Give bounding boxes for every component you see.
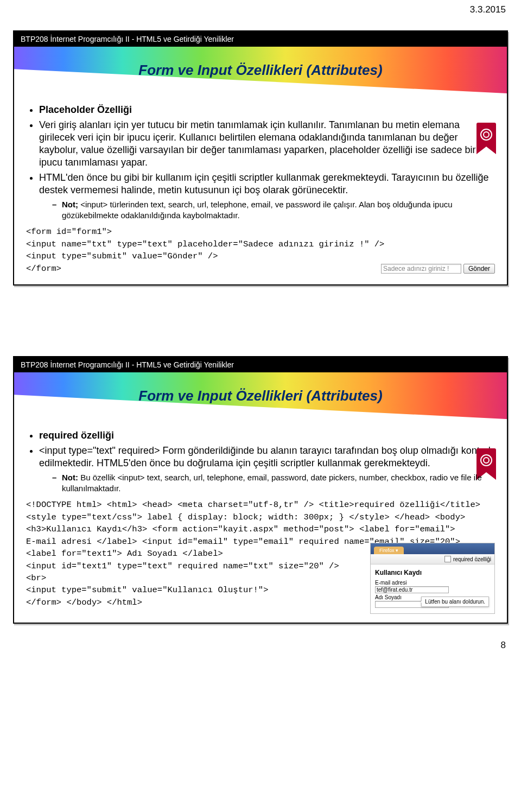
slide1-title: Form ve Input Özellikleri (Attributes): [14, 47, 507, 93]
shot-label-email: E-mail adresi: [375, 580, 490, 586]
shot-checkbox-icon: [444, 556, 451, 562]
shot-bar-title: required özelliği: [453, 556, 491, 562]
shot-tab: Firefox ▾: [374, 547, 404, 554]
shot-email-input[interactable]: [375, 586, 449, 593]
demo-submit-button[interactable]: Gönder: [463, 264, 495, 274]
slide2-hero: Form ve Input Özellikleri (Attributes): [14, 372, 507, 419]
page-number: 8: [0, 624, 521, 662]
s2-subnote: Not: Bu özellik <input> text, search, ur…: [52, 472, 495, 493]
slide1-hero: Form ve Input Özellikleri (Attributes): [14, 47, 507, 93]
s1-subnote: Not; <input> türlerinden text, search, u…: [52, 199, 495, 220]
s1-bullet-html: HTML'den önce bu gibi bir kullanım için …: [39, 172, 495, 196]
page-date: 3.3.2015: [0, 0, 521, 15]
slide-1: BTP208 İnternet Programcılığı II - HTML5…: [13, 30, 508, 286]
slide2-course: BTP208 İnternet Programcılığı II - HTML5…: [14, 357, 507, 372]
slide-2: BTP208 İnternet Programcılığı II - HTML5…: [13, 356, 508, 624]
ribbon-icon: [476, 123, 496, 155]
s2-bullet-required: required özelliği: [39, 429, 495, 442]
s1-bullet-placeholder: Placeholder Özelliği: [39, 104, 495, 116]
slide1-course: BTP208 İnternet Programcılığı II - HTML5…: [14, 31, 507, 47]
s1-demo: Gönder: [381, 264, 495, 274]
shot-heading: Kullanıcı Kaydı: [375, 569, 490, 576]
browser-screenshot: Firefox ▾ required özelliği Kullanıcı Ka…: [370, 543, 495, 614]
demo-text-input[interactable]: [381, 264, 461, 274]
s2-bullet-desc: <input type="text" required> Form gönder…: [39, 445, 495, 470]
shot-tooltip: Lütfen bu alanı doldurun.: [421, 597, 489, 607]
slide2-title: Form ve Input Özellikleri (Attributes): [14, 372, 507, 419]
s1-bullet-desc: Veri giriş alanları için yer tutucu bir …: [39, 119, 495, 169]
